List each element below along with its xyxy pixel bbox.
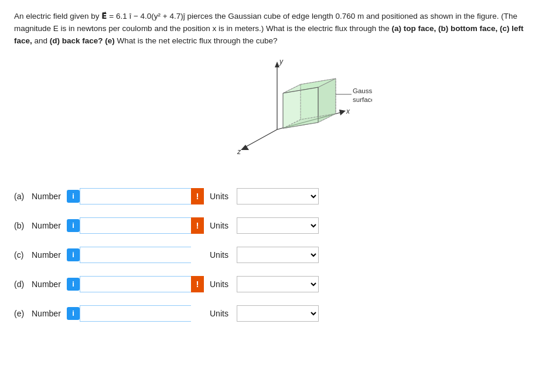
svg-marker-1 [275,62,279,67]
number-input-a[interactable] [80,188,191,204]
number-label-d: Number [32,279,67,289]
units-select-c[interactable]: N·m²/C V·m [237,247,319,263]
info-button-a[interactable]: i [67,190,80,203]
answer-row-b: (b) Number i ! Units N·m²/C V·m [14,217,542,234]
info-button-e[interactable]: i [67,307,80,320]
part-label-b: (b) [14,221,32,230]
diagram-area: y x z [14,53,542,171]
part-label-a: (a) [14,192,32,201]
error-button-b[interactable]: ! [191,217,204,234]
input-group-e: i ! [67,305,204,322]
svg-marker-4 [339,110,346,115]
number-label-c: Number [32,250,67,260]
units-select-d[interactable]: N·m²/C V·m [237,276,319,292]
units-label-c: Units [210,250,232,260]
input-group-b: i ! [67,217,204,234]
problem-text: An electric field given by E⃗ = 6.1 î − … [14,11,542,47]
answer-row-d: (d) Number i ! Units N·m²/C V·m [14,276,542,292]
svg-text:x: x [346,107,350,115]
number-input-c[interactable] [80,247,191,263]
svg-line-6 [243,129,277,148]
answer-row-a: (a) Number i ! Units N·m²/C V·m [14,188,542,204]
part-label-c: (c) [14,250,32,260]
svg-text:surface: surface [353,96,372,103]
units-select-e[interactable]: N·m²/C V·m [237,305,319,322]
info-button-b[interactable]: i [67,219,80,232]
units-label-d: Units [210,279,232,289]
part-label-d: (d) [14,279,32,289]
cube-diagram: y x z [185,53,372,171]
units-label-a: Units [210,192,232,201]
error-button-d[interactable]: ! [191,276,204,292]
units-select-a[interactable]: N·m²/C V·m [237,188,319,204]
info-button-d[interactable]: i [67,278,80,291]
units-select-b[interactable]: N·m²/C V·m [237,217,319,234]
info-button-c[interactable]: i [67,248,80,261]
svg-text:y: y [279,57,284,66]
input-group-d: i ! [67,276,204,292]
answer-row-e: (e) Number i ! Units N·m²/C V·m [14,305,542,322]
number-label-b: Number [32,221,67,230]
svg-text:z: z [237,148,241,156]
number-input-d[interactable] [80,276,191,292]
svg-text:Gaussian: Gaussian [353,87,372,94]
answers-section: (a) Number i ! Units N·m²/C V·m (b) Numb… [14,188,542,322]
part-label-e: (e) [14,309,32,318]
input-group-c: i ! [67,247,204,263]
units-label-b: Units [210,221,232,230]
answer-row-c: (c) Number i ! Units N·m²/C V·m [14,247,542,263]
units-label-e: Units [210,309,232,318]
number-input-b[interactable] [80,217,191,234]
diagram-container: y x z [185,53,372,171]
number-input-e[interactable] [80,305,191,322]
number-label-e: Number [32,309,67,318]
error-button-a[interactable]: ! [191,188,204,204]
number-label-a: Number [32,192,67,201]
input-group-a: i ! [67,188,204,204]
